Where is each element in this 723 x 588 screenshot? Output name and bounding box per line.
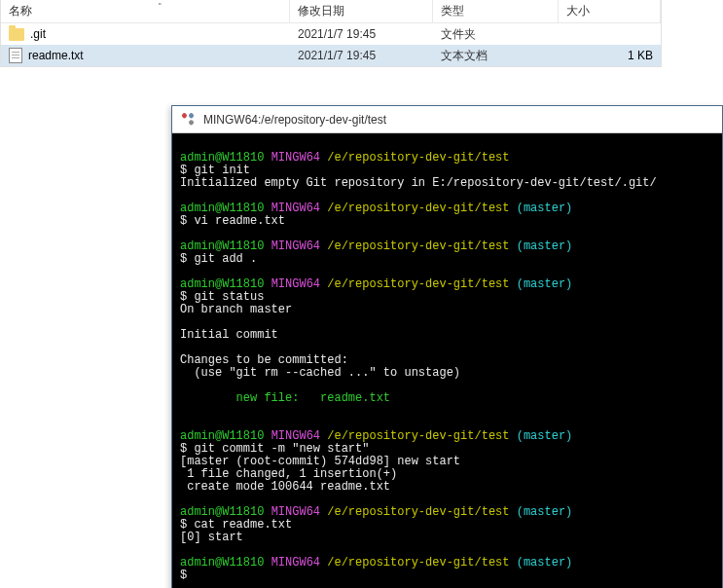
sort-caret-icon: ˄ [158,2,163,12]
col-header-date[interactable]: 修改日期 [290,0,433,22]
file-type: 文件夹 [433,26,560,43]
file-row[interactable]: readme.txt2021/1/7 19:45文本文档1 KB [1,45,661,66]
git-bash-icon [177,108,199,130]
file-date: 2021/1/7 19:45 [290,27,433,41]
col-header-type[interactable]: 类型 [433,0,560,22]
text-file-icon [9,48,22,63]
terminal-body[interactable]: admin@W11810 MINGW64 /e/repository-dev-g… [172,133,722,588]
file-explorer-pane: 名称˄ 修改日期 类型 大小 .git2021/1/7 19:45文件夹read… [0,0,662,67]
file-row[interactable]: .git2021/1/7 19:45文件夹 [1,23,661,45]
col-header-size[interactable]: 大小 [559,0,661,22]
folder-icon [9,28,24,41]
terminal-title: MINGW64:/e/repository-dev-git/test [203,113,386,127]
file-type: 文本文档 [433,48,560,64]
file-name: readme.txt [28,49,84,62]
terminal-window: MINGW64:/e/repository-dev-git/test admin… [171,105,723,588]
terminal-titlebar[interactable]: MINGW64:/e/repository-dev-git/test [172,106,722,133]
file-name: .git [30,27,46,41]
file-date: 2021/1/7 19:45 [290,49,433,62]
col-header-name[interactable]: 名称˄ [1,0,290,22]
file-list-header: 名称˄ 修改日期 类型 大小 [1,0,661,23]
file-size: 1 KB [559,49,661,62]
